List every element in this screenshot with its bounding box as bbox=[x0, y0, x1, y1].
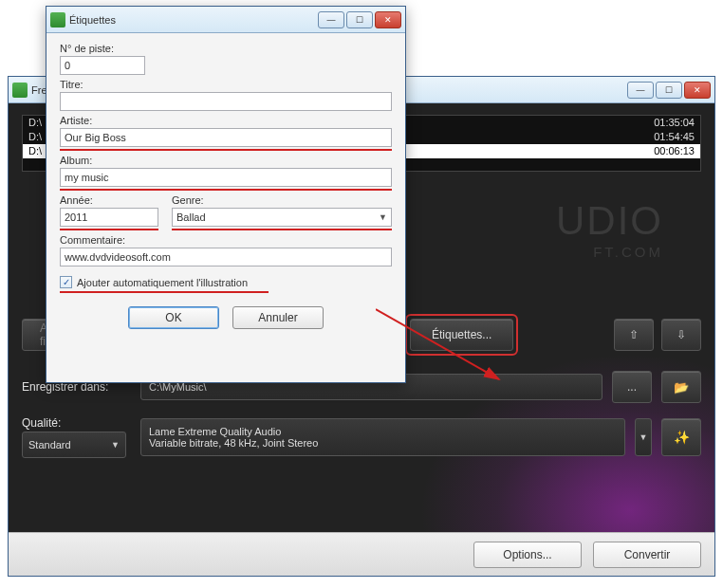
main-footer: Options... Convertir bbox=[9, 532, 714, 576]
year-input[interactable] bbox=[60, 208, 158, 227]
app-icon bbox=[12, 83, 28, 98]
browse-button[interactable]: ... bbox=[612, 371, 652, 403]
comment-label: Commentaire: bbox=[60, 234, 392, 246]
maximize-button[interactable]: ☐ bbox=[656, 82, 682, 99]
dialog-titlebar: Étiquettes — ☐ ✕ bbox=[46, 7, 405, 33]
chevron-down-icon: ▼ bbox=[640, 432, 648, 442]
move-down-button[interactable]: ⇩ bbox=[661, 319, 701, 351]
dialog-maximize-button[interactable]: ☐ bbox=[346, 11, 373, 28]
arrow-down-icon: ⇩ bbox=[677, 328, 686, 341]
auto-art-row: ✓ Ajouter automatiquement l'illustration bbox=[60, 276, 392, 288]
ok-button[interactable]: OK bbox=[128, 306, 219, 329]
preset-line2: Variable bitrate, 48 kHz, Joint Stereo bbox=[149, 437, 318, 449]
comment-input[interactable] bbox=[60, 248, 392, 266]
minimize-button[interactable]: — bbox=[627, 82, 654, 99]
artist-input[interactable] bbox=[60, 128, 392, 147]
highlight-underline bbox=[60, 229, 158, 230]
auto-art-checkbox[interactable]: ✓ bbox=[60, 276, 72, 288]
title-label: Titre: bbox=[60, 79, 392, 90]
year-label: Année: bbox=[60, 194, 158, 206]
preset-display[interactable]: Lame Extreme Quality Audio Variable bitr… bbox=[140, 418, 625, 456]
dialog-footer: OK Annuler bbox=[60, 293, 392, 342]
genre-label: Genre: bbox=[172, 194, 392, 206]
convert-button[interactable]: Convertir bbox=[593, 542, 701, 568]
highlight-underline bbox=[60, 149, 392, 151]
track-no-label: N° de piste: bbox=[60, 43, 392, 54]
track-time: 01:35:04 bbox=[654, 116, 695, 130]
dialog-close-button[interactable]: ✕ bbox=[375, 11, 401, 28]
folder-open-icon: 📂 bbox=[674, 380, 689, 395]
track-path: D:\ bbox=[28, 144, 42, 158]
quality-label: Qualité: bbox=[22, 416, 131, 430]
dialog-title: Étiquettes bbox=[69, 14, 318, 26]
move-up-button[interactable]: ⇧ bbox=[614, 319, 654, 351]
dialog-minimize-button[interactable]: — bbox=[318, 11, 344, 28]
preset-line1: Lame Extreme Quality Audio bbox=[149, 426, 281, 437]
track-path: D:\ bbox=[28, 130, 42, 144]
brand-logo-line1: UDIO bbox=[556, 198, 663, 244]
track-no-input[interactable] bbox=[60, 56, 145, 75]
ellipsis-icon: ... bbox=[627, 380, 637, 394]
chevron-down-icon: ▼ bbox=[111, 440, 120, 450]
wand-icon: ✨ bbox=[674, 430, 690, 445]
quality-select[interactable]: Standard ▼ bbox=[22, 432, 126, 458]
quality-row: Qualité: Standard ▼ Lame Extreme Quality… bbox=[22, 416, 701, 458]
preset-dropdown-button[interactable]: ▼ bbox=[635, 418, 652, 456]
artist-label: Artiste: bbox=[60, 115, 392, 126]
track-time: 00:06:13 bbox=[654, 144, 695, 158]
album-input[interactable] bbox=[60, 168, 392, 187]
tags-dialog: Étiquettes — ☐ ✕ N° de piste: Titre: Art… bbox=[46, 6, 406, 383]
cancel-button[interactable]: Annuler bbox=[232, 306, 324, 329]
dialog-body: N° de piste: Titre: Artiste: Album: Anné… bbox=[46, 33, 405, 382]
close-button[interactable]: ✕ bbox=[684, 82, 711, 99]
album-label: Album: bbox=[60, 155, 392, 166]
genre-select[interactable]: Ballad ▼ bbox=[172, 208, 392, 227]
brand-logo-line2: FT.COM bbox=[593, 244, 663, 260]
auto-art-label: Ajouter automatiquement l'illustration bbox=[77, 277, 248, 288]
arrow-up-icon: ⇧ bbox=[629, 328, 639, 341]
preset-settings-button[interactable]: ✨ bbox=[661, 418, 701, 456]
options-button[interactable]: Options... bbox=[473, 542, 582, 568]
track-path: D:\ bbox=[28, 116, 42, 130]
check-icon: ✓ bbox=[63, 277, 70, 287]
open-folder-button[interactable]: 📂 bbox=[661, 371, 701, 403]
tags-button-highlight: Étiquettes... bbox=[405, 314, 518, 356]
track-time: 01:54:45 bbox=[654, 130, 695, 144]
app-icon bbox=[50, 12, 65, 28]
highlight-underline bbox=[172, 229, 392, 230]
title-input[interactable] bbox=[60, 92, 392, 111]
chevron-down-icon: ▼ bbox=[379, 212, 387, 222]
tags-button[interactable]: Étiquettes... bbox=[410, 319, 513, 351]
